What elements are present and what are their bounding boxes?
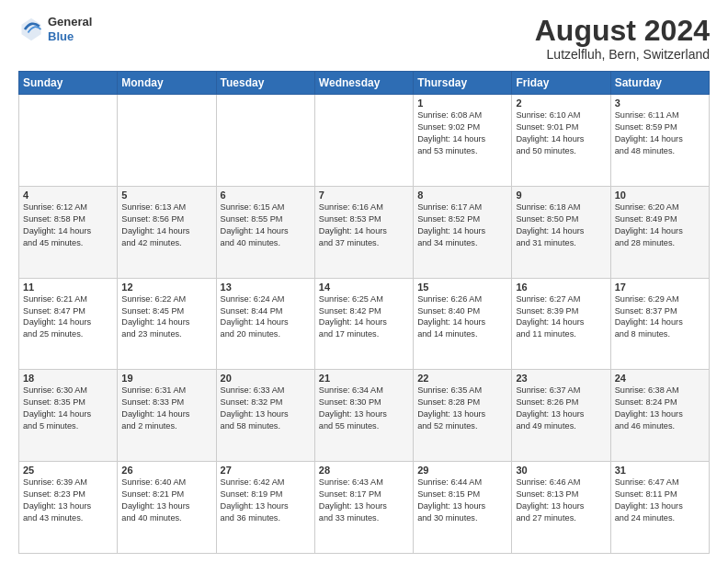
day-number: 12 <box>121 282 211 293</box>
weekday-header: Saturday <box>610 72 709 95</box>
calendar-cell <box>118 95 216 187</box>
calendar: SundayMondayTuesdayWednesdayThursdayFrid… <box>18 71 710 554</box>
day-number: 29 <box>417 465 507 476</box>
calendar-header-row: SundayMondayTuesdayWednesdayThursdayFrid… <box>19 72 710 95</box>
day-number: 3 <box>615 98 705 109</box>
day-info: Sunrise: 6:22 AM Sunset: 8:45 PM Dayligh… <box>121 293 211 341</box>
day-number: 23 <box>516 373 606 384</box>
day-info: Sunrise: 6:21 AM Sunset: 8:47 PM Dayligh… <box>23 293 113 341</box>
calendar-cell: 7Sunrise: 6:16 AM Sunset: 8:53 PM Daylig… <box>314 186 413 278</box>
day-info: Sunrise: 6:13 AM Sunset: 8:56 PM Dayligh… <box>121 201 211 249</box>
calendar-cell: 20Sunrise: 6:33 AM Sunset: 8:32 PM Dayli… <box>216 370 314 462</box>
day-info: Sunrise: 6:08 AM Sunset: 9:02 PM Dayligh… <box>417 109 507 157</box>
day-info: Sunrise: 6:24 AM Sunset: 8:44 PM Dayligh… <box>221 293 311 341</box>
calendar-cell: 23Sunrise: 6:37 AM Sunset: 8:26 PM Dayli… <box>512 370 610 462</box>
day-info: Sunrise: 6:35 AM Sunset: 8:28 PM Dayligh… <box>417 385 507 432</box>
calendar-cell: 19Sunrise: 6:31 AM Sunset: 8:33 PM Dayli… <box>118 370 216 462</box>
calendar-cell: 5Sunrise: 6:13 AM Sunset: 8:56 PM Daylig… <box>118 186 216 278</box>
day-info: Sunrise: 6:12 AM Sunset: 8:58 PM Dayligh… <box>23 201 113 249</box>
day-info: Sunrise: 6:38 AM Sunset: 8:24 PM Dayligh… <box>615 385 705 432</box>
day-number: 4 <box>23 190 113 201</box>
calendar-cell: 21Sunrise: 6:34 AM Sunset: 8:30 PM Dayli… <box>314 370 413 462</box>
month-title: August 2024 <box>535 15 710 47</box>
day-info: Sunrise: 6:17 AM Sunset: 8:52 PM Dayligh… <box>417 201 507 249</box>
calendar-week-row: 1Sunrise: 6:08 AM Sunset: 9:02 PM Daylig… <box>19 95 710 187</box>
calendar-cell <box>314 95 413 187</box>
day-number: 20 <box>221 373 311 384</box>
day-info: Sunrise: 6:30 AM Sunset: 8:35 PM Dayligh… <box>23 385 113 432</box>
title-block: August 2024 Lutzelfluh, Bern, Switzerlan… <box>535 15 710 62</box>
day-info: Sunrise: 6:11 AM Sunset: 8:59 PM Dayligh… <box>615 109 705 157</box>
calendar-cell: 16Sunrise: 6:27 AM Sunset: 8:39 PM Dayli… <box>512 278 610 370</box>
day-number: 10 <box>615 190 705 201</box>
day-info: Sunrise: 6:26 AM Sunset: 8:40 PM Dayligh… <box>417 293 507 341</box>
subtitle: Lutzelfluh, Bern, Switzerland <box>535 47 710 62</box>
weekday-header: Monday <box>118 72 216 95</box>
day-number: 13 <box>221 282 311 293</box>
day-number: 8 <box>417 190 507 201</box>
day-info: Sunrise: 6:44 AM Sunset: 8:15 PM Dayligh… <box>417 477 507 524</box>
day-info: Sunrise: 6:42 AM Sunset: 8:19 PM Dayligh… <box>221 477 311 524</box>
calendar-cell: 13Sunrise: 6:24 AM Sunset: 8:44 PM Dayli… <box>216 278 314 370</box>
day-info: Sunrise: 6:15 AM Sunset: 8:55 PM Dayligh… <box>221 201 311 249</box>
day-number: 2 <box>516 98 606 109</box>
calendar-cell: 22Sunrise: 6:35 AM Sunset: 8:28 PM Dayli… <box>414 370 512 462</box>
logo: General Blue <box>18 15 92 43</box>
day-info: Sunrise: 6:34 AM Sunset: 8:30 PM Dayligh… <box>319 385 409 432</box>
calendar-week-row: 18Sunrise: 6:30 AM Sunset: 8:35 PM Dayli… <box>19 370 710 462</box>
day-number: 11 <box>23 282 113 293</box>
calendar-cell: 18Sunrise: 6:30 AM Sunset: 8:35 PM Dayli… <box>19 370 118 462</box>
day-info: Sunrise: 6:46 AM Sunset: 8:13 PM Dayligh… <box>516 477 606 524</box>
calendar-cell: 15Sunrise: 6:26 AM Sunset: 8:40 PM Dayli… <box>414 278 512 370</box>
day-number: 15 <box>417 282 507 293</box>
day-info: Sunrise: 6:33 AM Sunset: 8:32 PM Dayligh… <box>221 385 311 432</box>
weekday-header: Tuesday <box>216 72 314 95</box>
day-info: Sunrise: 6:43 AM Sunset: 8:17 PM Dayligh… <box>319 477 409 524</box>
day-number: 27 <box>221 465 311 476</box>
day-number: 7 <box>319 190 409 201</box>
page: General Blue August 2024 Lutzelfluh, Ber… <box>0 0 728 563</box>
logo-icon <box>18 17 44 42</box>
day-number: 24 <box>615 373 705 384</box>
calendar-cell: 8Sunrise: 6:17 AM Sunset: 8:52 PM Daylig… <box>414 186 512 278</box>
day-number: 30 <box>516 465 606 476</box>
weekday-header: Thursday <box>414 72 512 95</box>
day-number: 16 <box>516 282 606 293</box>
calendar-week-row: 25Sunrise: 6:39 AM Sunset: 8:23 PM Dayli… <box>19 462 710 554</box>
calendar-cell: 31Sunrise: 6:47 AM Sunset: 8:11 PM Dayli… <box>610 462 709 554</box>
day-info: Sunrise: 6:47 AM Sunset: 8:11 PM Dayligh… <box>615 477 705 524</box>
day-number: 19 <box>121 373 211 384</box>
weekday-header: Sunday <box>19 72 118 95</box>
day-info: Sunrise: 6:40 AM Sunset: 8:21 PM Dayligh… <box>121 477 211 524</box>
calendar-cell: 4Sunrise: 6:12 AM Sunset: 8:58 PM Daylig… <box>19 186 118 278</box>
calendar-cell: 9Sunrise: 6:18 AM Sunset: 8:50 PM Daylig… <box>512 186 610 278</box>
day-info: Sunrise: 6:39 AM Sunset: 8:23 PM Dayligh… <box>23 477 113 524</box>
calendar-cell <box>216 95 314 187</box>
calendar-cell: 3Sunrise: 6:11 AM Sunset: 8:59 PM Daylig… <box>610 95 709 187</box>
day-number: 14 <box>319 282 409 293</box>
day-number: 25 <box>23 465 113 476</box>
calendar-cell: 27Sunrise: 6:42 AM Sunset: 8:19 PM Dayli… <box>216 462 314 554</box>
calendar-cell: 29Sunrise: 6:44 AM Sunset: 8:15 PM Dayli… <box>414 462 512 554</box>
day-number: 31 <box>615 465 705 476</box>
day-number: 5 <box>121 190 211 201</box>
day-number: 6 <box>221 190 311 201</box>
calendar-week-row: 4Sunrise: 6:12 AM Sunset: 8:58 PM Daylig… <box>19 186 710 278</box>
day-number: 22 <box>417 373 507 384</box>
day-info: Sunrise: 6:29 AM Sunset: 8:37 PM Dayligh… <box>615 293 705 341</box>
logo-text: General Blue <box>48 15 92 43</box>
calendar-cell: 12Sunrise: 6:22 AM Sunset: 8:45 PM Dayli… <box>118 278 216 370</box>
day-number: 28 <box>319 465 409 476</box>
calendar-cell: 6Sunrise: 6:15 AM Sunset: 8:55 PM Daylig… <box>216 186 314 278</box>
calendar-cell: 30Sunrise: 6:46 AM Sunset: 8:13 PM Dayli… <box>512 462 610 554</box>
day-info: Sunrise: 6:37 AM Sunset: 8:26 PM Dayligh… <box>516 385 606 432</box>
calendar-cell: 25Sunrise: 6:39 AM Sunset: 8:23 PM Dayli… <box>19 462 118 554</box>
calendar-cell: 11Sunrise: 6:21 AM Sunset: 8:47 PM Dayli… <box>19 278 118 370</box>
calendar-cell: 10Sunrise: 6:20 AM Sunset: 8:49 PM Dayli… <box>610 186 709 278</box>
day-number: 1 <box>417 98 507 109</box>
day-number: 21 <box>319 373 409 384</box>
weekday-header: Friday <box>512 72 610 95</box>
logo-general: General <box>48 15 92 29</box>
calendar-cell: 17Sunrise: 6:29 AM Sunset: 8:37 PM Dayli… <box>610 278 709 370</box>
day-number: 26 <box>121 465 211 476</box>
